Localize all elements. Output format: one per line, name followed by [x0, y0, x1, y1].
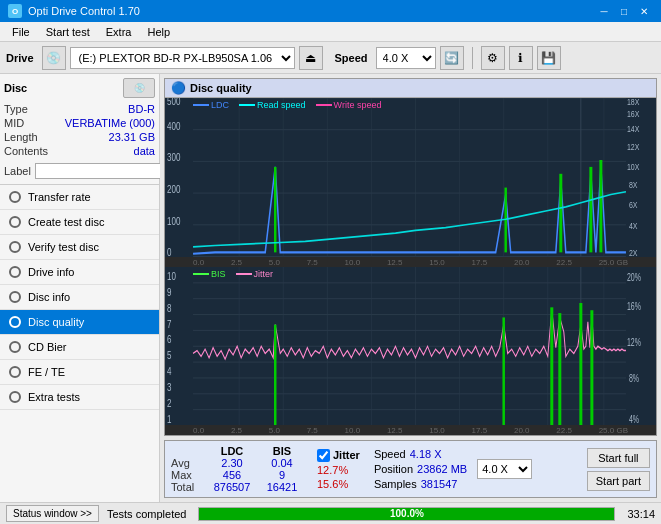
minimize-button[interactable]: ─	[595, 3, 613, 19]
drive-toolbar: Drive 💿 (E:) PLEXTOR BD-R PX-LB950SA 1.0…	[0, 42, 661, 74]
main-layout: Disc 💿 Type BD-R MID VERBATIMe (000) Len…	[0, 74, 661, 502]
nav-extra-tests[interactable]: Extra tests	[0, 385, 159, 410]
nav-cd-bier[interactable]: CD Bier	[0, 335, 159, 360]
total-label: Total	[171, 481, 207, 493]
disc-info-icon	[8, 290, 22, 304]
svg-text:10: 10	[167, 269, 176, 282]
speed-select-stats[interactable]: 4.0 X	[477, 459, 532, 479]
progress-text: 100.0%	[390, 508, 424, 519]
settings-button[interactable]: ⚙	[481, 46, 505, 70]
jitter-checkbox[interactable]	[317, 449, 330, 462]
svg-text:14X: 14X	[627, 123, 640, 134]
nav-create-test-disc[interactable]: Create test disc	[0, 210, 159, 235]
nav-disc-quality-label: Disc quality	[28, 316, 84, 328]
svg-text:7: 7	[167, 317, 172, 330]
chart-title-bar: 🔵 Disc quality	[165, 79, 656, 98]
svg-text:300: 300	[167, 151, 180, 164]
maximize-button[interactable]: □	[615, 3, 633, 19]
svg-text:16%: 16%	[627, 300, 641, 312]
drive-eject-icon[interactable]: 💿	[42, 46, 66, 70]
menu-extra[interactable]: Extra	[98, 24, 140, 40]
legend-bis-color	[193, 273, 209, 275]
disc-label-input[interactable]	[35, 163, 168, 179]
menu-file[interactable]: File	[4, 24, 38, 40]
progress-bar-fill: 100.0%	[199, 508, 614, 520]
svg-text:6X: 6X	[629, 199, 638, 210]
close-button[interactable]: ✕	[635, 3, 653, 19]
svg-text:2: 2	[167, 396, 172, 409]
menu-bar: File Start test Extra Help	[0, 22, 661, 42]
jitter-checkbox-row: Jitter	[317, 449, 360, 462]
refresh-button[interactable]: 🔄	[440, 46, 464, 70]
status-window-button[interactable]: Status window >>	[6, 505, 99, 522]
ldc-header: LDC	[207, 445, 257, 457]
drive-info-icon	[8, 265, 22, 279]
toolbar-separator	[472, 47, 473, 69]
speed-value: 4.18 X	[410, 448, 442, 460]
start-buttons: Start full Start part	[587, 448, 650, 491]
avg-ldc-value: 2.30	[207, 457, 257, 469]
svg-text:16X: 16X	[627, 108, 640, 119]
disc-mid-value: VERBATIMe (000)	[65, 117, 155, 129]
legend-ldc-label: LDC	[211, 100, 229, 110]
speed-select[interactable]: 4.0 X	[376, 47, 436, 69]
disc-type-label: Type	[4, 103, 28, 115]
disc-mid-row: MID VERBATIMe (000)	[4, 116, 155, 130]
top-x-axis: 0.0 2.5 5.0 7.5 10.0 12.5 15.0 17.5 20.0…	[165, 257, 656, 267]
menu-start-test[interactable]: Start test	[38, 24, 98, 40]
disc-label-row: Label 🔧	[4, 162, 155, 180]
nav-disc-info[interactable]: Disc info	[0, 285, 159, 310]
app-title: Opti Drive Control 1.70	[28, 5, 140, 17]
nav-drive-info-label: Drive info	[28, 266, 74, 278]
drive-label: Drive	[6, 52, 34, 64]
nav-disc-quality[interactable]: Disc quality	[0, 310, 159, 335]
eject-button[interactable]: ⏏	[299, 46, 323, 70]
svg-text:8X: 8X	[629, 178, 638, 189]
save-button[interactable]: 💾	[537, 46, 561, 70]
menu-help[interactable]: Help	[139, 24, 178, 40]
legend-jitter-label: Jitter	[254, 269, 274, 279]
nav-extra-tests-label: Extra tests	[28, 391, 80, 403]
legend-read-speed-label: Read speed	[257, 100, 306, 110]
jitter-section: Jitter 12.7% 15.6%	[317, 449, 360, 490]
start-part-button[interactable]: Start part	[587, 471, 650, 491]
svg-text:8%: 8%	[629, 372, 639, 384]
window-controls: ─ □ ✕	[595, 3, 653, 19]
legend-bis-label: BIS	[211, 269, 226, 279]
nav-verify-test-disc-label: Verify test disc	[28, 241, 99, 253]
start-full-button[interactable]: Start full	[587, 448, 650, 468]
nav-fe-te[interactable]: FE / TE	[0, 360, 159, 385]
bottom-chart-container: BIS Jitter	[165, 267, 656, 426]
disc-contents-label: Contents	[4, 145, 48, 157]
position-row: Position 23862 MB	[374, 463, 467, 475]
nav-transfer-rate[interactable]: Transfer rate	[0, 185, 159, 210]
progress-bar-container: 100.0%	[198, 507, 615, 521]
nav-fe-te-label: FE / TE	[28, 366, 65, 378]
bottom-chart-legend: BIS Jitter	[193, 269, 273, 279]
status-bar: Status window >> Tests completed 100.0% …	[0, 502, 661, 524]
position-label: Position	[374, 463, 413, 475]
verify-test-disc-icon	[8, 240, 22, 254]
svg-text:4: 4	[167, 364, 172, 377]
legend-read-speed-color	[239, 104, 255, 106]
svg-text:1: 1	[167, 412, 172, 425]
disc-image-button[interactable]: 💿	[123, 78, 155, 98]
nav-verify-test-disc[interactable]: Verify test disc	[0, 235, 159, 260]
svg-text:400: 400	[167, 119, 180, 132]
status-time: 33:14	[627, 508, 655, 520]
app-icon: O	[8, 4, 22, 18]
svg-text:12%: 12%	[627, 336, 641, 348]
nav-drive-info[interactable]: Drive info	[0, 260, 159, 285]
status-text: Tests completed	[107, 508, 186, 520]
info-button[interactable]: ℹ	[509, 46, 533, 70]
svg-text:8: 8	[167, 301, 172, 314]
nav-create-test-disc-label: Create test disc	[28, 216, 104, 228]
sidebar: Disc 💿 Type BD-R MID VERBATIMe (000) Len…	[0, 74, 160, 502]
legend-jitter: Jitter	[236, 269, 274, 279]
svg-text:4X: 4X	[629, 220, 638, 231]
svg-text:10X: 10X	[627, 161, 640, 172]
cd-bier-icon	[8, 340, 22, 354]
content-area: 🔵 Disc quality LDC Read speed	[160, 74, 661, 502]
drive-select[interactable]: (E:) PLEXTOR BD-R PX-LB950SA 1.06	[70, 47, 295, 69]
stats-max-row: Max 456 9	[171, 469, 307, 481]
